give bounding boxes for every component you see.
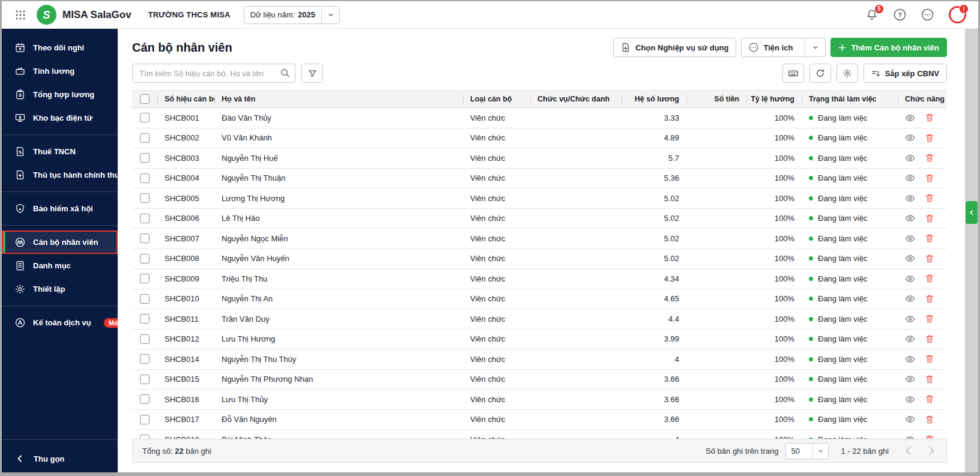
view-icon[interactable] xyxy=(905,133,915,143)
view-icon[interactable] xyxy=(905,233,915,244)
table-row[interactable]: SHCB007 Nguyễn Ngọc Miễn Viên chức 5.02 … xyxy=(132,229,947,249)
view-icon[interactable] xyxy=(905,414,915,424)
delete-icon[interactable] xyxy=(925,435,934,439)
delete-icon[interactable] xyxy=(925,415,934,424)
sort-employees-button[interactable]: Sắp xếp CBNV xyxy=(864,64,947,83)
table-row[interactable]: SHCB012 Lưu Thị Hương Viên chức 3.99 100… xyxy=(132,330,947,350)
view-icon[interactable] xyxy=(905,173,915,183)
sidebar-item-6[interactable]: Bảo hiểm xã hội xyxy=(2,197,118,220)
row-checkbox[interactable] xyxy=(140,153,150,163)
search-icon[interactable] xyxy=(280,68,290,80)
view-icon[interactable] xyxy=(905,394,915,405)
view-icon[interactable] xyxy=(905,253,915,264)
app-grid-icon[interactable] xyxy=(14,8,27,22)
view-icon[interactable] xyxy=(905,435,915,439)
table-row[interactable]: SHCB016 Lưu Thị Thủy Viên chức 3.66 100%… xyxy=(132,390,947,410)
row-checkbox[interactable] xyxy=(140,173,150,183)
view-icon[interactable] xyxy=(905,213,915,223)
row-checkbox[interactable] xyxy=(140,133,150,143)
table-row[interactable]: SHCB004 Nguyễn Thị Thuận Viên chức 5.36 … xyxy=(132,169,947,189)
previous-page-icon[interactable] xyxy=(903,445,914,456)
view-icon[interactable] xyxy=(905,374,915,384)
column-header-status[interactable]: Trạng thái làm việc xyxy=(802,91,898,107)
sidebar-item-0[interactable]: Theo dõi nghỉ xyxy=(2,36,118,59)
delete-icon[interactable] xyxy=(925,153,934,163)
refresh-button[interactable] xyxy=(809,64,831,83)
sidebar-item-9[interactable]: Thiết lập xyxy=(2,277,118,301)
row-checkbox[interactable] xyxy=(140,314,150,324)
delete-icon[interactable] xyxy=(925,214,934,223)
view-icon[interactable] xyxy=(905,193,915,203)
table-row[interactable]: SHCB008 Nguyễn Văn Huyến Viên chức 5.02 … xyxy=(132,249,947,270)
delete-icon[interactable] xyxy=(925,133,934,143)
view-icon[interactable] xyxy=(905,153,915,163)
settings-button[interactable] xyxy=(836,64,858,83)
select-all-checkbox[interactable] xyxy=(140,94,150,104)
row-checkbox[interactable] xyxy=(140,193,150,203)
column-header-amount[interactable]: Số tiền xyxy=(686,91,746,107)
data-year-select[interactable]: Dữ liệu năm: 2025 xyxy=(244,6,340,24)
table-row[interactable]: SHCB005 Lương Thị Hương Viên chức 5.02 1… xyxy=(132,188,947,209)
table-row[interactable]: SHCB002 Vũ Văn Khánh Viên chức 4.89 100%… xyxy=(132,128,947,149)
table-row[interactable]: SHCB015 Nguyễn Thị Phương Nhạn Viên chức… xyxy=(132,370,947,390)
table-row[interactable]: SHCB014 Nguyễn Thị Thu Thúy Viên chức 4 … xyxy=(132,349,947,370)
delete-icon[interactable] xyxy=(925,394,934,404)
table-row[interactable]: SHCB011 Trần Văn Duy Viên chức 4.4 100% … xyxy=(132,309,947,330)
keyboard-shortcuts-button[interactable] xyxy=(782,64,804,83)
sidebar-item-3[interactable]: $ Kho bạc điện tử xyxy=(2,106,118,130)
sidebar-item-8[interactable]: Danh mục xyxy=(2,254,118,277)
sidebar-item-1[interactable]: Tính lương xyxy=(2,59,118,83)
row-checkbox[interactable] xyxy=(140,294,150,304)
row-checkbox[interactable] xyxy=(140,334,150,344)
row-checkbox[interactable] xyxy=(140,394,150,404)
search-input[interactable] xyxy=(132,64,295,83)
sidebar-collapse-button[interactable]: Thu gọn xyxy=(2,445,118,472)
view-icon[interactable] xyxy=(905,274,915,284)
row-checkbox[interactable] xyxy=(140,435,150,439)
more-options-icon[interactable] xyxy=(921,8,934,21)
notifications-bell-icon[interactable]: 5 xyxy=(865,8,879,22)
delete-icon[interactable] xyxy=(925,314,934,324)
delete-icon[interactable] xyxy=(925,173,934,183)
chevron-down-icon[interactable] xyxy=(805,38,825,56)
help-icon[interactable]: ? xyxy=(894,8,906,21)
sidebar-item-10[interactable]: Kế toán dịch vụ Mới xyxy=(2,311,118,334)
next-page-icon[interactable] xyxy=(926,445,937,456)
delete-icon[interactable] xyxy=(925,254,934,264)
row-checkbox[interactable] xyxy=(140,113,150,122)
view-icon[interactable] xyxy=(905,113,915,123)
filter-button[interactable] xyxy=(301,64,323,83)
table-row[interactable]: SHCB001 Đào Văn Thủy Viên chức 3.33 100%… xyxy=(132,108,947,128)
column-header-code[interactable]: Số hiệu cán bộ xyxy=(157,91,214,107)
row-checkbox[interactable] xyxy=(140,233,150,243)
add-employee-button[interactable]: Thêm Cán bộ nhân viên xyxy=(830,38,947,57)
sidebar-item-4[interactable]: % Thuế TNCN xyxy=(2,140,118,163)
table-row[interactable]: SHCB009 Triệu Thị Thu Viên chức 4.34 100… xyxy=(132,269,947,289)
row-checkbox[interactable] xyxy=(140,274,150,283)
row-checkbox[interactable] xyxy=(140,254,150,264)
column-header-type[interactable]: Loại cán bộ xyxy=(463,91,530,107)
row-checkbox[interactable] xyxy=(140,214,150,223)
row-checkbox[interactable] xyxy=(140,354,150,364)
view-icon[interactable] xyxy=(905,294,915,304)
view-icon[interactable] xyxy=(905,334,915,344)
column-header-coefficient[interactable]: Hệ số lương xyxy=(622,91,686,107)
column-header-rate[interactable]: Tỷ lệ hưởng xyxy=(746,91,802,107)
delete-icon[interactable] xyxy=(925,193,934,203)
delete-icon[interactable] xyxy=(925,233,934,243)
delete-icon[interactable] xyxy=(925,113,934,122)
delete-icon[interactable] xyxy=(925,354,934,364)
view-icon[interactable] xyxy=(905,354,915,364)
row-checkbox[interactable] xyxy=(140,415,150,424)
delete-icon[interactable] xyxy=(925,294,934,304)
column-header-position[interactable]: Chức vụ/Chức danh xyxy=(530,91,622,107)
table-row[interactable]: SHCB017 Đỗ Văn Nguyên Viên chức 3.66 100… xyxy=(132,410,947,430)
choose-service-button[interactable]: Chọn Nghiệp vụ sử dụng xyxy=(613,38,736,57)
column-header-name[interactable]: Họ và tên xyxy=(214,91,463,107)
delete-icon[interactable] xyxy=(925,274,934,283)
table-row[interactable]: SHCB003 Nguyễn Thị Huế Viên chức 5.7 100… xyxy=(132,148,947,169)
view-icon[interactable] xyxy=(905,314,915,324)
row-checkbox[interactable] xyxy=(140,375,150,384)
table-row[interactable]: SHCB018 Bùi Minh Thảo Viên chức 4 100% Đ… xyxy=(132,430,947,439)
table-row[interactable]: SHCB006 Lê Thị Hảo Viên chức 5.02 100% Đ… xyxy=(132,209,947,229)
